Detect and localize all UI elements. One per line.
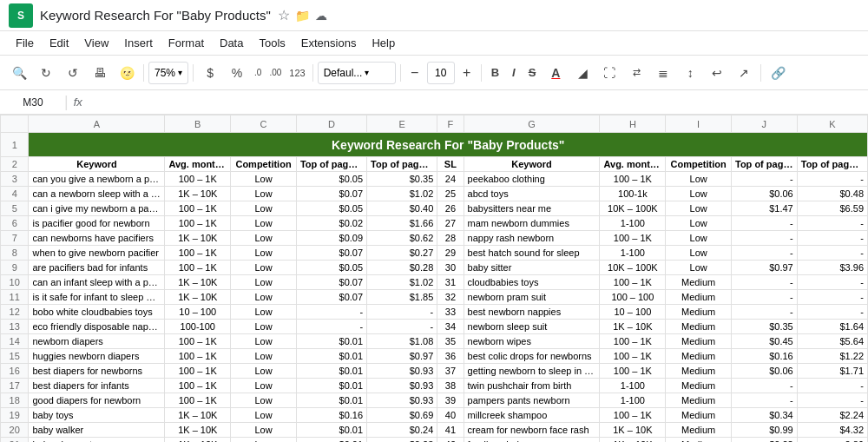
fill-color-button[interactable]: ◢ <box>570 61 595 85</box>
sl-col[interactable]: 27 <box>437 216 464 231</box>
keyword-col[interactable]: is it safe for infant to sleep with paci… <box>29 290 165 305</box>
row-num[interactable]: 11 <box>1 290 29 305</box>
bid-high-col[interactable]: $0.93 <box>367 364 437 379</box>
avg2-col[interactable]: 1-100 <box>600 246 666 261</box>
bid-low-col[interactable]: $0.02 <box>296 216 366 231</box>
row-num[interactable]: 10 <box>1 275 29 290</box>
bid-high-col[interactable]: $0.97 <box>367 349 437 364</box>
header-competition[interactable]: Competition <box>231 157 297 172</box>
competition-col[interactable]: Low <box>231 438 297 443</box>
avg2-col[interactable]: 1-100 <box>600 379 666 393</box>
avg2-col[interactable]: 1K – 10K <box>600 423 666 438</box>
bid-low-col[interactable]: $0.01 <box>296 334 366 349</box>
keyword-col[interactable]: can i give my newborn a pacifier <box>29 201 165 216</box>
bid-low2-col[interactable]: $0.16 <box>731 349 797 364</box>
competition-col[interactable]: Low <box>231 423 297 438</box>
bid-low2-col[interactable]: $0.34 <box>731 408 797 423</box>
avg-col[interactable]: 100 – 1K <box>165 393 231 408</box>
bid-low-col[interactable]: $0.01 <box>296 438 366 443</box>
keyword2-col[interactable]: abcd toys <box>464 187 600 201</box>
bid-high2-col[interactable]: $0.48 <box>797 187 867 201</box>
avg-col[interactable]: 1K – 10K <box>165 423 231 438</box>
bid-low-col[interactable]: $0.09 <box>296 231 366 246</box>
bid-low-col[interactable]: $0.07 <box>296 290 366 305</box>
row-num[interactable]: 16 <box>1 364 29 379</box>
keyword2-col[interactable]: peekaboo clothing <box>464 172 600 187</box>
sl-col[interactable]: 40 <box>437 408 464 423</box>
sl-col[interactable]: 42 <box>437 438 464 443</box>
keyword-col[interactable]: can newborns have pacifiers <box>29 231 165 246</box>
col-header-h[interactable]: H <box>600 115 666 133</box>
bid-low2-col[interactable]: $0.23 <box>731 438 797 443</box>
keyword2-col[interactable]: babysitters near me <box>464 201 600 216</box>
cloud-icon[interactable]: ☁ <box>315 9 327 23</box>
col-header-a[interactable]: A <box>29 115 165 133</box>
competition-col[interactable]: Low <box>231 246 297 261</box>
bid-high2-col[interactable]: - <box>797 231 867 246</box>
keyword-col[interactable]: baby toys <box>29 408 165 423</box>
keyword-col[interactable]: newborn diapers <box>29 334 165 349</box>
sl-col[interactable]: 28 <box>437 231 464 246</box>
bid-low2-col[interactable]: $0.97 <box>731 261 797 275</box>
format-num-button[interactable]: 123 <box>286 61 307 85</box>
sl-col[interactable]: 26 <box>437 201 464 216</box>
avg2-col[interactable]: 100 – 1K <box>600 364 666 379</box>
avg2-col[interactable]: 100 – 1K <box>600 334 666 349</box>
link-button[interactable]: 🔗 <box>766 61 790 85</box>
avg2-col[interactable]: 100 – 1K <box>600 172 666 187</box>
competition2-col[interactable]: Medium <box>666 305 732 320</box>
strikethrough-button[interactable]: S <box>523 62 542 84</box>
percent-button[interactable]: % <box>225 61 249 85</box>
bid-high-col[interactable]: $0.40 <box>367 201 437 216</box>
bid-low2-col[interactable]: - <box>731 305 797 320</box>
keyword2-col[interactable]: newborn sleep suit <box>464 320 600 334</box>
col-header-g[interactable]: G <box>464 115 600 133</box>
bid-low2-col[interactable]: - <box>731 275 797 290</box>
menu-format[interactable]: Format <box>161 34 211 52</box>
avg2-col[interactable]: 10 – 100 <box>600 305 666 320</box>
bid-low-col[interactable]: $0.05 <box>296 172 366 187</box>
keyword-col[interactable]: when to give newborn pacifier <box>29 246 165 261</box>
bid-low-col[interactable]: $0.07 <box>296 246 366 261</box>
competition2-col[interactable]: Low <box>666 216 732 231</box>
wrap-button[interactable]: ↩ <box>705 61 729 85</box>
avg-col[interactable]: 100 – 1K <box>165 216 231 231</box>
bid-low-col[interactable]: $0.01 <box>296 349 366 364</box>
row-num[interactable]: 20 <box>1 423 29 438</box>
keyword2-col[interactable]: mam newborn dummies <box>464 216 600 231</box>
row-num[interactable]: 17 <box>1 379 29 393</box>
valign-button[interactable]: ↕ <box>678 61 702 85</box>
font-size-value[interactable]: 10 <box>427 62 455 84</box>
row-num[interactable]: 6 <box>1 216 29 231</box>
keyword2-col[interactable]: cream for newborn face rash <box>464 423 600 438</box>
competition2-col[interactable]: Medium <box>666 320 732 334</box>
bid-high2-col[interactable]: - <box>797 172 867 187</box>
competition-col[interactable]: Low <box>231 201 297 216</box>
avg-col[interactable]: 1K – 10K <box>165 438 231 443</box>
avg2-col[interactable]: 1K – 10K <box>600 438 666 443</box>
bid-high2-col[interactable]: $1.22 <box>797 349 867 364</box>
bid-low2-col[interactable]: - <box>731 216 797 231</box>
avg2-col[interactable]: 1K – 10K <box>600 320 666 334</box>
keyword2-col[interactable]: cloudbabies toys <box>464 275 600 290</box>
bid-high2-col[interactable]: $3.96 <box>797 261 867 275</box>
cell-reference[interactable] <box>7 96 59 109</box>
bid-high-col[interactable]: - <box>367 320 437 334</box>
bid-low2-col[interactable]: $1.47 <box>731 201 797 216</box>
row-num[interactable]: 13 <box>1 320 29 334</box>
currency-button[interactable]: $ <box>198 61 222 85</box>
bid-low2-col[interactable]: - <box>731 393 797 408</box>
header-bid-high[interactable]: Top of page bid (high range) <box>367 157 437 172</box>
avg2-col[interactable]: 100 – 100 <box>600 290 666 305</box>
bid-low-col[interactable]: $0.01 <box>296 393 366 408</box>
avg-col[interactable]: 100 – 1K <box>165 261 231 275</box>
competition-col[interactable]: Low <box>231 275 297 290</box>
bid-low-col[interactable]: $0.01 <box>296 423 366 438</box>
row-num[interactable]: 7 <box>1 231 29 246</box>
search-button[interactable]: 🔍 <box>7 61 31 85</box>
bid-high2-col[interactable]: - <box>797 216 867 231</box>
font-size-increase[interactable]: + <box>457 63 477 82</box>
keyword2-col[interactable]: newborn pram suit <box>464 290 600 305</box>
row-num[interactable]: 4 <box>1 187 29 201</box>
bid-low-col[interactable]: $0.07 <box>296 187 366 201</box>
